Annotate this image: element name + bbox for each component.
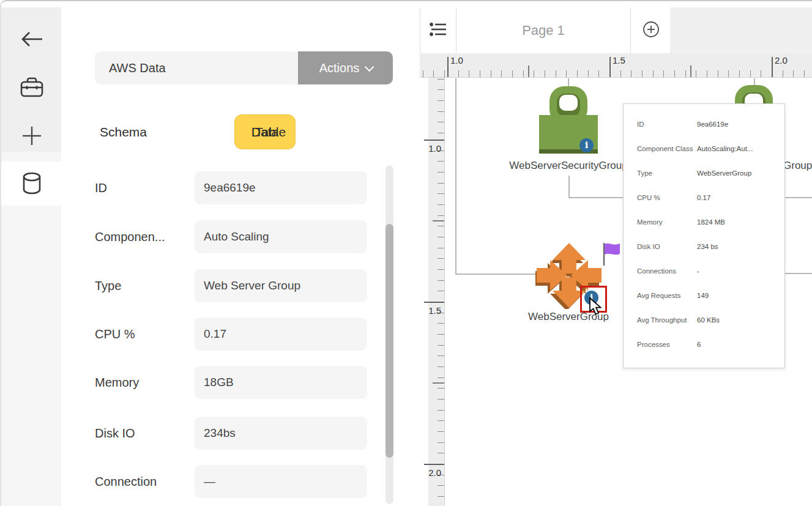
field-label-type: Type: [95, 269, 121, 302]
icon-sidebar: [0, 7, 61, 506]
sidebar-item-add[interactable]: [1, 114, 62, 158]
field-label-component: Componen...: [95, 220, 165, 253]
field-label-diskio: Disk IO: [95, 417, 135, 450]
tooltip-row: TypeWebServerGroup: [624, 161, 784, 185]
chevron-down-icon: [365, 62, 374, 72]
field-value-cpu[interactable]: 0.17: [195, 318, 367, 351]
tooltip-row: Connections-: [624, 259, 784, 283]
tooltip-row: CPU %0.17: [624, 185, 784, 210]
tab-schema[interactable]: Schema: [100, 118, 147, 146]
database-icon: [21, 171, 43, 196]
info-badge-securitygroup[interactable]: i: [579, 138, 594, 152]
app-window: { "window": { "top_bar": "" }, "sidebar"…: [0, 0, 812, 506]
arrow-left-icon: [20, 30, 43, 48]
field-label-connection: Connection: [95, 465, 157, 498]
sidebar-item-back[interactable]: [1, 17, 62, 61]
sidebar-item-data[interactable]: [1, 162, 62, 206]
panel-scrollbar[interactable]: [386, 165, 393, 504]
field-value-connection[interactable]: —: [195, 465, 367, 498]
tooltip-row: Component ClassAutoScaling:Aut...: [624, 136, 784, 161]
window-top-border: [0, 0, 812, 7]
tooltip-row: ID9ea6619e: [624, 112, 784, 136]
data-panel: AWS Data Actions Schema Data Table ID 9e…: [61, 7, 420, 506]
field-label-cpu: CPU %: [95, 318, 135, 351]
tooltip-row: Avg Throughput60 KBs: [624, 308, 784, 332]
node-label-securitygroup-2: Group: [783, 160, 812, 172]
field-value-type[interactable]: Web Server Group: [195, 269, 367, 302]
actions-button[interactable]: Actions: [298, 51, 393, 84]
tooltip-row: Avg Requests149: [624, 283, 784, 308]
plus-icon: [21, 125, 42, 146]
field-value-component[interactable]: Auto Scaling: [195, 220, 367, 253]
dataset-name-input[interactable]: AWS Data: [95, 51, 298, 84]
field-value-id[interactable]: 9ea6619e: [195, 171, 367, 204]
actions-button-label: Actions: [319, 61, 360, 75]
panel-scrollbar-thumb[interactable]: [386, 224, 393, 458]
flag-icon: [601, 242, 623, 269]
field-label-id: ID: [95, 171, 107, 204]
mouse-cursor: [589, 297, 603, 318]
field-label-memory: Memory: [95, 366, 139, 399]
canvas-area: Page 1 1.0 1.5 2.0 1.0 1.5 2.0: [420, 7, 812, 506]
tooltip-row: Memory1824 MB: [624, 210, 784, 234]
sidebar-item-shapes[interactable]: [1, 65, 62, 109]
tooltip-row: Processes6: [624, 332, 784, 357]
node-data-tooltip: ID9ea6619e Component ClassAutoScaling:Au…: [623, 103, 785, 368]
tooltip-row: Disk IO234 bs: [624, 234, 784, 259]
field-value-diskio[interactable]: 234bs: [195, 417, 367, 450]
toolbox-icon: [20, 76, 44, 98]
tab-table[interactable]: Table: [255, 118, 286, 146]
field-value-memory[interactable]: 18GB: [195, 366, 367, 399]
